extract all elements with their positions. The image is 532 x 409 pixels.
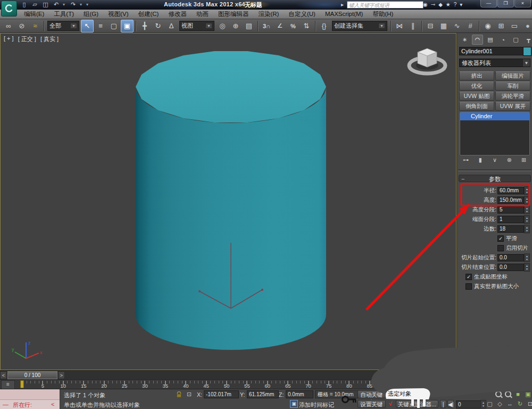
- reference-coordsys-dropdown[interactable]: 视图▼: [179, 21, 214, 31]
- modifier-stack[interactable]: Cylinder: [460, 112, 530, 156]
- select-rotate-icon[interactable]: ↻: [152, 20, 164, 32]
- selection-lock-icon[interactable]: [176, 391, 182, 398]
- close-button[interactable]: ×: [514, 0, 531, 7]
- modifier-button-2[interactable]: 编辑面片: [495, 71, 530, 80]
- selection-filter-dropdown[interactable]: 全部▼: [47, 21, 79, 31]
- communication-center-icon[interactable]: ◆: [438, 1, 443, 8]
- search-icon[interactable]: ◉: [423, 1, 428, 8]
- modifier-button-7[interactable]: 倒角剖面: [459, 102, 494, 111]
- menu-item-8[interactable]: 图形编辑器: [213, 10, 254, 19]
- unlink-selection-icon[interactable]: ⊘: [15, 20, 28, 32]
- layer-manager-icon[interactable]: ⊟: [424, 20, 437, 32]
- redo-icon[interactable]: ↷: [69, 1, 77, 8]
- create-tab[interactable]: ∗: [459, 35, 470, 45]
- time-tag-icon[interactable]: ▣: [290, 400, 298, 408]
- zoom-icon[interactable]: [495, 391, 502, 397]
- slice-on-checkbox[interactable]: [497, 245, 504, 251]
- undo-icon[interactable]: ↶: [52, 1, 60, 8]
- current-frame-field[interactable]: 0: [456, 400, 481, 408]
- modifier-button-5[interactable]: UVW 贴图: [459, 92, 494, 101]
- infocenter-flyout-icon[interactable]: ▸: [341, 2, 344, 7]
- use-pivot-center-icon[interactable]: ◎: [216, 20, 229, 32]
- cap-segments-field[interactable]: 1: [497, 216, 524, 223]
- select-scale-icon[interactable]: Δ: [165, 20, 178, 32]
- gen-mapping-checkbox[interactable]: [466, 274, 472, 280]
- cylinder-object[interactable]: [1, 34, 456, 370]
- slice-to-field[interactable]: 0.0: [497, 264, 524, 271]
- modifier-button-8[interactable]: UVW 展开: [495, 102, 530, 111]
- slice-from-spinner[interactable]: ▲▼: [524, 253, 530, 262]
- redo-dropdown-icon[interactable]: ▾: [80, 2, 84, 7]
- menu-item-7[interactable]: 动画: [192, 10, 213, 19]
- pin-stack-icon[interactable]: ⊶: [461, 156, 470, 164]
- sides-field[interactable]: 18: [497, 225, 524, 233]
- macro-recorder-pane[interactable]: [0, 389, 60, 400]
- window-crossing-icon[interactable]: ▣: [121, 20, 134, 32]
- configure-modifier-sets-icon[interactable]: ⊞: [519, 156, 528, 164]
- modifier-button-1[interactable]: 挤出: [459, 71, 494, 80]
- maximize-viewport-icon[interactable]: ⊡: [526, 400, 532, 407]
- undo-dropdown-icon[interactable]: ▾: [63, 2, 66, 7]
- open-file-icon[interactable]: ▱: [31, 1, 39, 8]
- zoom-extents-all-icon[interactable]: ▣: [524, 390, 532, 398]
- modifier-list-dropdown[interactable]: 修改器列表 ▼: [459, 59, 530, 67]
- z-coordinate-field[interactable]: 0.0mm: [286, 390, 313, 398]
- modifier-button-3[interactable]: 优化: [459, 81, 494, 91]
- time-slider-handle[interactable]: 0 / 100: [7, 371, 57, 379]
- time-slider-prev-button[interactable]: <: [0, 371, 7, 379]
- select-by-name-icon[interactable]: ≡: [94, 20, 107, 32]
- height-field[interactable]: 150.0mm: [497, 197, 524, 204]
- angle-snap-icon[interactable]: ∠: [273, 20, 286, 32]
- menu-item-5[interactable]: 创建(C): [133, 10, 163, 19]
- menu-item-9[interactable]: 渲染(R): [253, 10, 284, 19]
- modify-tab[interactable]: ◠: [472, 35, 483, 45]
- schematic-view-icon[interactable]: #: [464, 20, 477, 32]
- save-file-icon[interactable]: ◫: [41, 1, 49, 8]
- zoom-extents-icon[interactable]: ■: [514, 390, 522, 398]
- viewport-shading-menu[interactable]: [ 真实 ]: [40, 35, 59, 43]
- render-production-icon[interactable]: ●: [521, 20, 532, 32]
- viewport-general-menu[interactable]: [ + ]: [4, 35, 14, 43]
- time-slider-next-button[interactable]: >: [58, 371, 65, 379]
- parameters-rollout-header[interactable]: − 参数: [459, 175, 531, 182]
- stack-item-cylinder[interactable]: Cylinder: [460, 112, 529, 120]
- pan-icon[interactable]: ↔: [506, 400, 514, 407]
- mini-curve-editor-button[interactable]: ≡: [1, 380, 15, 389]
- track-bar[interactable]: ≡ 051015202530354045505560657075808590: [0, 379, 456, 389]
- absolute-offset-toggle-icon[interactable]: ⊡: [185, 390, 193, 398]
- cap-segments-spinner[interactable]: ▲▼: [524, 215, 530, 224]
- menu-item-1[interactable]: 编辑(E): [19, 10, 49, 19]
- zoom-all-icon[interactable]: [505, 391, 511, 397]
- spinner-snap-icon[interactable]: ⇅: [300, 20, 313, 32]
- set-key-icon[interactable]: [341, 393, 357, 406]
- graphite-modeling-icon[interactable]: ▦: [437, 20, 450, 32]
- bind-to-space-warp-icon[interactable]: ≈: [29, 20, 41, 32]
- slice-to-spinner[interactable]: ▲▼: [524, 263, 530, 272]
- hierarchy-tab[interactable]: ▤: [485, 35, 496, 45]
- radius-spinner[interactable]: ▲▼: [524, 186, 530, 195]
- menu-item-6[interactable]: 修改器: [163, 10, 192, 19]
- slice-from-field[interactable]: 0.0: [497, 254, 524, 261]
- y-coordinate-field[interactable]: 61.125mm: [247, 390, 279, 398]
- align-icon[interactable]: ∥: [406, 20, 419, 32]
- viewport[interactable]: [ + ] [ 正交 ] [ 真实 ]: [0, 33, 456, 370]
- default-tangent-icon[interactable]: √: [387, 400, 394, 407]
- real-world-checkbox[interactable]: [466, 283, 472, 290]
- sides-spinner[interactable]: ▲▼: [524, 225, 530, 233]
- select-move-icon[interactable]: ╋: [138, 20, 151, 32]
- show-end-result-icon[interactable]: ▮: [476, 156, 485, 164]
- add-time-tag[interactable]: 添加时间标记: [299, 401, 334, 409]
- qat-customize-icon[interactable]: ▾: [86, 2, 90, 7]
- next-key-button[interactable]: ◀|: [447, 400, 454, 408]
- menu-item-4[interactable]: 视图(V): [103, 10, 133, 19]
- object-color-swatch[interactable]: [523, 47, 531, 56]
- minimize-button[interactable]: —: [480, 0, 497, 7]
- select-object-icon[interactable]: ↖: [81, 20, 94, 32]
- help-icon[interactable]: ?: [454, 1, 457, 8]
- remove-modifier-icon[interactable]: ⊗: [505, 156, 514, 164]
- rect-selection-region-icon[interactable]: ▢: [107, 20, 120, 32]
- field-of-view-icon[interactable]: ◇: [496, 400, 504, 407]
- frame-zero-marker[interactable]: [20, 380, 24, 388]
- modifier-button-4[interactable]: 车削: [495, 81, 530, 91]
- viewport-pov-menu[interactable]: [ 正交 ]: [18, 35, 36, 43]
